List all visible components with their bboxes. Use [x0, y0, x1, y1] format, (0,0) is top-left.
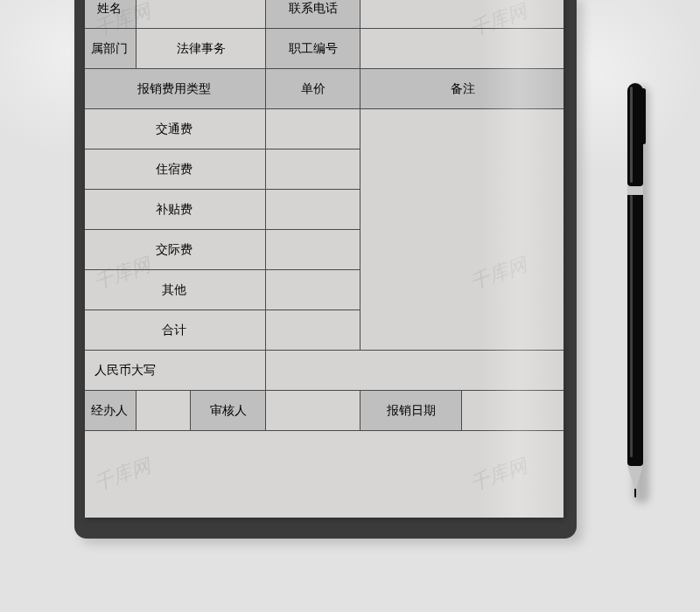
form-paper: 姓名 联系电话 属部门 法律事务 职工编号 报销费用类型 单价 备注 交通费: [85, 0, 564, 518]
expense-price-cell[interactable]: [266, 150, 360, 190]
expense-price-cell[interactable]: [266, 109, 360, 150]
label-handler: 经办人: [85, 391, 136, 431]
value-empno[interactable]: [360, 29, 564, 69]
value-dept[interactable]: 法律事务: [136, 29, 266, 69]
value-name[interactable]: [136, 0, 266, 29]
pen-band: [627, 186, 643, 195]
expense-type-total: 合计: [85, 310, 266, 351]
remark-value[interactable]: [360, 109, 564, 351]
expense-type-cell: 住宿费: [85, 150, 266, 190]
header-unit-price: 单价: [266, 69, 360, 109]
row-rmb-caps: 人民币大写: [85, 351, 564, 391]
value-reviewer[interactable]: [266, 391, 360, 431]
pen-nib: [634, 489, 636, 497]
expense-form-table: 姓名 联系电话 属部门 法律事务 职工编号 报销费用类型 单价 备注 交通费: [85, 0, 564, 431]
row-name-phone: 姓名 联系电话: [85, 0, 564, 29]
expense-type-cell: 补贴费: [85, 190, 266, 230]
row-footer: 经办人 审核人 报销日期: [85, 391, 564, 431]
watermark: 千库网: [467, 453, 530, 497]
expense-row: 交通费: [85, 109, 564, 150]
expense-price-cell[interactable]: [266, 190, 360, 230]
label-phone: 联系电话: [266, 0, 360, 29]
label-name: 姓名: [85, 0, 136, 29]
row-dept-empno: 属部门 法律事务 职工编号: [85, 29, 564, 69]
label-rmb-caps: 人民币大写: [85, 351, 266, 391]
header-remark: 备注: [360, 69, 564, 109]
watermark: 千库网: [91, 453, 154, 497]
header-expense-type: 报销费用类型: [85, 69, 266, 109]
value-handler[interactable]: [136, 391, 191, 431]
value-phone[interactable]: [360, 0, 564, 29]
desk-surface: 姓名 联系电话 属部门 法律事务 职工编号 报销费用类型 单价 备注 交通费: [0, 0, 700, 612]
value-date[interactable]: [462, 391, 564, 431]
pen-cap: [627, 83, 643, 186]
label-empno: 职工编号: [266, 29, 360, 69]
label-reviewer: 审核人: [191, 391, 266, 431]
expense-price-cell[interactable]: [266, 230, 360, 270]
pen: [627, 83, 643, 501]
pen-cone: [627, 466, 643, 490]
expense-type-cell: 交通费: [85, 109, 266, 150]
expense-type-cell: 交际费: [85, 230, 266, 270]
label-date: 报销日期: [360, 391, 462, 431]
row-column-headers: 报销费用类型 单价 备注: [85, 69, 564, 109]
label-dept: 属部门: [85, 29, 136, 69]
expense-type-cell: 其他: [85, 270, 266, 310]
value-rmb-caps[interactable]: [266, 351, 564, 391]
expense-price-total[interactable]: [266, 310, 360, 351]
pen-body: [627, 195, 643, 466]
expense-price-cell[interactable]: [266, 270, 360, 310]
